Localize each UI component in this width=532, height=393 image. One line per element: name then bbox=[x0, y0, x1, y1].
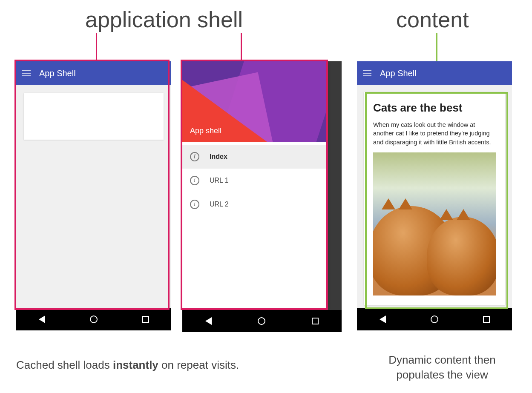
android-nav-bar bbox=[357, 308, 512, 330]
app-bar: App Shell bbox=[357, 61, 512, 85]
diagram-title-app-shell: application shell bbox=[85, 7, 243, 32]
outline-app-shell bbox=[181, 60, 328, 310]
android-nav-bar bbox=[16, 308, 171, 330]
recent-icon[interactable] bbox=[483, 316, 490, 323]
outline-content bbox=[365, 92, 508, 309]
outline-app-shell bbox=[14, 60, 170, 310]
app-bar-title: App Shell bbox=[380, 69, 417, 78]
recent-icon[interactable] bbox=[312, 318, 319, 324]
connector-line bbox=[241, 33, 242, 60]
caption-app-shell: Cached shell loads instantly on repeat v… bbox=[16, 358, 239, 373]
home-icon[interactable] bbox=[90, 316, 98, 323]
connector-line bbox=[96, 33, 97, 60]
back-icon[interactable] bbox=[205, 317, 212, 325]
hamburger-icon[interactable] bbox=[363, 70, 371, 76]
caption-content: Dynamic content then populates the view bbox=[365, 353, 520, 382]
diagram-title-content: content bbox=[396, 7, 469, 32]
android-nav-bar bbox=[182, 310, 342, 332]
home-icon[interactable] bbox=[258, 317, 265, 325]
back-icon[interactable] bbox=[39, 316, 45, 323]
recent-icon[interactable] bbox=[142, 316, 149, 323]
home-icon[interactable] bbox=[431, 316, 438, 323]
back-icon[interactable] bbox=[380, 316, 386, 323]
